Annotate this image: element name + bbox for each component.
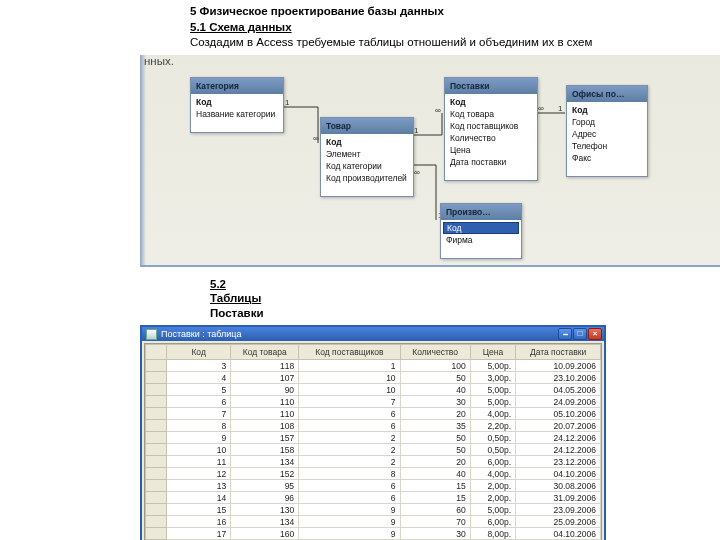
cell[interactable]: 0,50р. bbox=[470, 444, 515, 456]
cell[interactable]: 5,00р. bbox=[470, 384, 515, 396]
cell[interactable]: 0,50р. bbox=[470, 432, 515, 444]
cell[interactable]: 9 bbox=[299, 516, 400, 528]
cell[interactable]: 31.09.2006 bbox=[516, 492, 601, 504]
cell[interactable]: 1 bbox=[299, 360, 400, 372]
cell[interactable]: 95 bbox=[231, 480, 299, 492]
cell[interactable]: 20.07.2006 bbox=[516, 420, 601, 432]
cell[interactable]: 2 bbox=[299, 432, 400, 444]
cell[interactable]: 6,00р. bbox=[470, 456, 515, 468]
cell[interactable]: 60 bbox=[400, 504, 470, 516]
row-selector[interactable] bbox=[146, 528, 167, 540]
cell[interactable]: 152 bbox=[231, 468, 299, 480]
cell[interactable]: 130 bbox=[231, 504, 299, 516]
table-tovar[interactable]: Товар Код Элемент Код категории Код прои… bbox=[320, 117, 414, 197]
cell[interactable]: 160 bbox=[231, 528, 299, 540]
cell[interactable]: 4,00р. bbox=[470, 408, 515, 420]
table-ofisy[interactable]: Офисы по… Код Город Адрес Телефон Факс bbox=[566, 85, 648, 177]
table-row[interactable]: 151309605,00р.23.09.2006 bbox=[146, 504, 601, 516]
cell[interactable]: 23.12.2006 bbox=[516, 456, 601, 468]
table-row[interactable]: 71106204,00р.05.10.2006 bbox=[146, 408, 601, 420]
cell[interactable]: 24.09.2006 bbox=[516, 396, 601, 408]
cell[interactable]: 5,00р. bbox=[470, 396, 515, 408]
table-row[interactable]: 161349706,00р.25.09.2006 bbox=[146, 516, 601, 528]
cell[interactable]: 5,00р. bbox=[470, 504, 515, 516]
column-header[interactable]: Цена bbox=[470, 345, 515, 360]
cell[interactable]: 7 bbox=[299, 396, 400, 408]
cell[interactable]: 2,00р. bbox=[470, 492, 515, 504]
cell[interactable]: 40 bbox=[400, 468, 470, 480]
cell[interactable]: 118 bbox=[231, 360, 299, 372]
row-selector[interactable] bbox=[146, 420, 167, 432]
cell[interactable]: 158 bbox=[231, 444, 299, 456]
table-row[interactable]: 13956152,00р.30.08.2006 bbox=[146, 480, 601, 492]
cell[interactable]: 10 bbox=[299, 384, 400, 396]
cell[interactable]: 134 bbox=[231, 516, 299, 528]
cell[interactable]: 134 bbox=[231, 456, 299, 468]
cell[interactable]: 4 bbox=[167, 372, 231, 384]
cell[interactable]: 3 bbox=[167, 360, 231, 372]
cell[interactable]: 6 bbox=[299, 492, 400, 504]
row-selector[interactable] bbox=[146, 360, 167, 372]
cell[interactable]: 100 bbox=[400, 360, 470, 372]
cell[interactable]: 2 bbox=[299, 444, 400, 456]
cell[interactable]: 70 bbox=[400, 516, 470, 528]
column-header[interactable]: Код товара bbox=[231, 345, 299, 360]
maximize-button[interactable]: □ bbox=[573, 328, 587, 340]
row-selector[interactable] bbox=[146, 432, 167, 444]
row-selector[interactable] bbox=[146, 480, 167, 492]
cell[interactable]: 6 bbox=[299, 408, 400, 420]
cell[interactable]: 23.09.2006 bbox=[516, 504, 601, 516]
cell[interactable]: 2 bbox=[299, 456, 400, 468]
cell[interactable]: 7 bbox=[167, 408, 231, 420]
cell[interactable]: 13 bbox=[167, 480, 231, 492]
cell[interactable]: 05.10.2006 bbox=[516, 408, 601, 420]
cell[interactable]: 2,20р. bbox=[470, 420, 515, 432]
row-selector[interactable] bbox=[146, 408, 167, 420]
table-row[interactable]: 101582500,50р.24.12.2006 bbox=[146, 444, 601, 456]
window-titlebar[interactable]: Поставки : таблица ‒ □ × bbox=[142, 327, 604, 341]
column-header[interactable]: Дата поставки bbox=[516, 345, 601, 360]
datasheet-grid[interactable]: КодКод товараКод поставщиковКоличествоЦе… bbox=[144, 343, 602, 540]
row-selector[interactable] bbox=[146, 468, 167, 480]
cell[interactable]: 15 bbox=[167, 504, 231, 516]
cell[interactable]: 40 bbox=[400, 384, 470, 396]
table-postavki[interactable]: Поставки Код Код товара Код поставщиков … bbox=[444, 77, 538, 181]
table-row[interactable]: 410710503,00р.23.10.2006 bbox=[146, 372, 601, 384]
cell[interactable]: 107 bbox=[231, 372, 299, 384]
cell[interactable]: 30 bbox=[400, 396, 470, 408]
table-row[interactable]: 311811005,00р.10.09.2006 bbox=[146, 360, 601, 372]
cell[interactable]: 108 bbox=[231, 420, 299, 432]
cell[interactable]: 20 bbox=[400, 456, 470, 468]
cell[interactable]: 9 bbox=[299, 504, 400, 516]
cell[interactable]: 96 bbox=[231, 492, 299, 504]
table-row[interactable]: 91572500,50р.24.12.2006 bbox=[146, 432, 601, 444]
cell[interactable]: 6 bbox=[299, 480, 400, 492]
cell[interactable]: 8,00р. bbox=[470, 528, 515, 540]
cell[interactable]: 157 bbox=[231, 432, 299, 444]
cell[interactable]: 2,00р. bbox=[470, 480, 515, 492]
cell[interactable]: 30.08.2006 bbox=[516, 480, 601, 492]
close-button[interactable]: × bbox=[588, 328, 602, 340]
row-selector[interactable] bbox=[146, 372, 167, 384]
cell[interactable]: 6,00р. bbox=[470, 516, 515, 528]
row-selector[interactable] bbox=[146, 384, 167, 396]
column-header[interactable]: Код поставщиков bbox=[299, 345, 400, 360]
cell[interactable]: 110 bbox=[231, 396, 299, 408]
cell[interactable]: 04.05.2006 bbox=[516, 384, 601, 396]
cell[interactable]: 24.12.2006 bbox=[516, 432, 601, 444]
cell[interactable]: 6 bbox=[299, 420, 400, 432]
cell[interactable]: 14 bbox=[167, 492, 231, 504]
minimize-button[interactable]: ‒ bbox=[558, 328, 572, 340]
row-selector[interactable] bbox=[146, 456, 167, 468]
table-row[interactable]: 61107305,00р.24.09.2006 bbox=[146, 396, 601, 408]
cell[interactable]: 16 bbox=[167, 516, 231, 528]
row-selector[interactable] bbox=[146, 516, 167, 528]
cell[interactable]: 50 bbox=[400, 372, 470, 384]
cell[interactable]: 24.12.2006 bbox=[516, 444, 601, 456]
cell[interactable]: 10 bbox=[167, 444, 231, 456]
cell[interactable]: 8 bbox=[299, 468, 400, 480]
cell[interactable]: 8 bbox=[167, 420, 231, 432]
cell[interactable]: 15 bbox=[400, 492, 470, 504]
cell[interactable]: 04.10.2006 bbox=[516, 468, 601, 480]
cell[interactable]: 5,00р. bbox=[470, 360, 515, 372]
